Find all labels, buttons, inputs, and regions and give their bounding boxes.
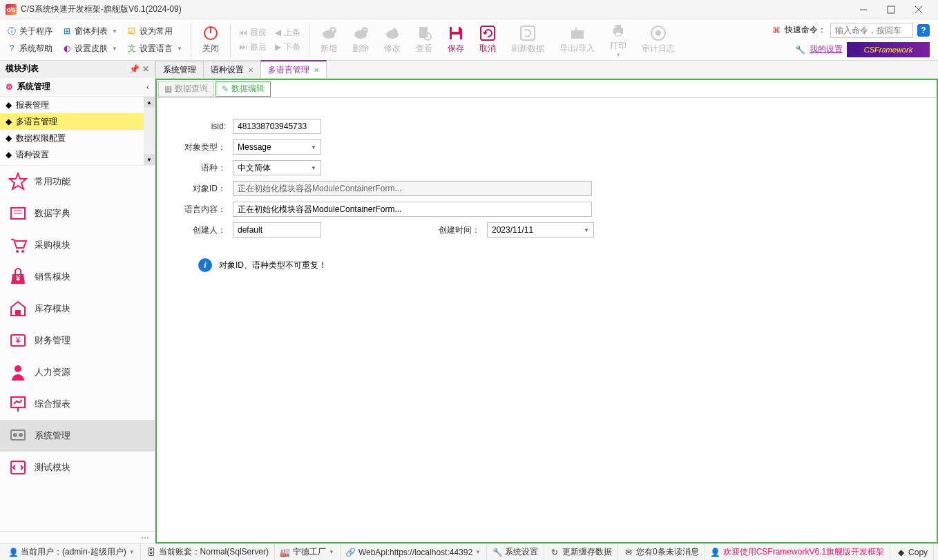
status-unread[interactable]: ✉您有0条未读消息 [618, 544, 705, 560]
module-label: 库存模块 [35, 302, 70, 315]
view-button[interactable]: 查看 [409, 22, 439, 57]
refresh-button[interactable]: 刷新数据 [504, 22, 551, 57]
cube-icon: ◆ [896, 548, 906, 557]
close-button[interactable] [905, 0, 932, 19]
quick-command-input[interactable] [830, 23, 913, 38]
info-icon: ⓘ [7, 26, 17, 36]
help-badge[interactable]: ? [917, 24, 930, 37]
isid-input[interactable] [233, 119, 321, 134]
modify-button[interactable]: 修改 [377, 22, 408, 57]
status-user[interactable]: 👤当前用户：(admin-超级用户)▼ [3, 544, 141, 560]
window-list-menu[interactable]: ⊞窗体列表▼ [58, 24, 122, 39]
dropdown-icon: ▼ [112, 46, 117, 52]
add-button[interactable]: +新增 [314, 22, 344, 57]
status-webapi[interactable]: 🔗WebApi:https://localhost:44392▼ [341, 544, 487, 560]
system-help-label: 系统帮助 [19, 43, 52, 55]
factory-icon: 🏭 [280, 548, 290, 557]
tab-multilang[interactable]: 多语言管理✕ [260, 60, 327, 78]
subtab-edit[interactable]: ✎数据编辑 [216, 81, 271, 97]
cancel-icon [479, 25, 496, 41]
nav-next[interactable]: ▶下条 [271, 41, 305, 54]
tree-scrollbar[interactable]: ▲ ▼ [144, 97, 155, 165]
module-finance[interactable]: ¥财务管理 [0, 325, 155, 356]
save-button[interactable]: 保存 [441, 22, 471, 57]
my-settings-label: 我的设置 [810, 44, 843, 55]
tab-langset[interactable]: 语种设置✕ [203, 61, 261, 78]
tree-item-langset[interactable]: ◆语种设置 [0, 146, 155, 163]
module-report[interactable]: 综合报表 [0, 388, 155, 420]
status-cache[interactable]: ↻更新缓存数据 [544, 544, 618, 560]
set-language-label: 设置语言 [140, 43, 173, 55]
dropdown-icon: ▼ [584, 227, 589, 233]
close-icon[interactable]: ✕ [248, 66, 253, 74]
module-system[interactable]: 系统管理 [0, 420, 155, 452]
about-label: 关于程序 [19, 26, 52, 37]
status-account[interactable]: 🗄当前账套：Normal(SqlServer) [141, 544, 275, 560]
minimize-button[interactable] [850, 0, 877, 19]
obj-type-select[interactable]: Message▼ [233, 139, 321, 155]
lang-content-input[interactable] [233, 202, 592, 217]
pin-icon[interactable]: 📌 [129, 64, 140, 74]
set-common-menu[interactable]: ☑设为常用 [123, 24, 177, 39]
tree-item-report[interactable]: ◆报表管理 [0, 97, 155, 113]
status-factory[interactable]: 🏭宁德工厂▼ [275, 544, 341, 560]
tab-system[interactable]: 系统管理 [155, 61, 204, 78]
module-dict[interactable]: 数据字典 [0, 197, 155, 229]
cube-icon: ◆ [6, 100, 12, 110]
my-settings-link[interactable]: 我的设置 [810, 44, 843, 55]
scroll-track[interactable] [144, 108, 155, 154]
module-test[interactable]: 测试模块 [0, 452, 155, 483]
module-hr[interactable]: 人力资源 [0, 356, 155, 388]
module-inventory[interactable]: 库存模块 [0, 293, 155, 325]
delete-button[interactable]: −删除 [345, 22, 376, 57]
separator [230, 23, 231, 57]
module-label: 数据字典 [35, 207, 70, 220]
content-area: 系统管理 语种设置✕ 多语言管理✕ ▦数据查询 ✎数据编辑 isid: 对象类型… [155, 61, 938, 543]
set-skin-menu[interactable]: ◐设置皮肤▼ [58, 41, 122, 56]
subtab-label: 数据查询 [175, 83, 208, 95]
close-panel-icon[interactable]: ✕ [142, 64, 149, 74]
sidebar-overflow[interactable]: ⋯ [0, 531, 155, 543]
status-copy[interactable]: ◆Copy [890, 544, 934, 560]
scroll-down-icon[interactable]: ▼ [144, 154, 155, 165]
creator-input[interactable] [233, 222, 321, 238]
dropdown-icon: ▼ [329, 549, 334, 555]
tree-item-dataperm[interactable]: ◆数据权限配置 [0, 130, 155, 146]
last-icon: ⏭ [239, 42, 247, 52]
maximize-button[interactable] [877, 0, 905, 19]
nav-prev[interactable]: ◀上条 [271, 26, 305, 39]
svg-point-24 [655, 30, 661, 36]
module-sales[interactable]: ¥销售模块 [0, 261, 155, 293]
status-account-label: 当前账套：Normal(SqlServer) [159, 546, 269, 558]
lang-select[interactable]: 中文简体▼ [233, 160, 321, 175]
about-menu[interactable]: ⓘ关于程序 [3, 24, 57, 39]
finance-icon: ¥ [8, 331, 28, 350]
tree-item-label: 多语言管理 [16, 116, 57, 128]
svg-rect-31 [15, 310, 21, 316]
subtab-query[interactable]: ▦数据查询 [158, 81, 214, 97]
tree-item-multilang[interactable]: ◆多语言管理 [0, 113, 155, 130]
nav-first[interactable]: ⏮最前 [235, 26, 271, 39]
sidebar-section[interactable]: ⚙ 系统管理 ‹ [0, 77, 155, 97]
svg-point-28 [16, 250, 19, 253]
scroll-up-icon[interactable]: ▲ [144, 97, 155, 108]
tab-label: 多语言管理 [268, 64, 309, 76]
code-icon [8, 458, 28, 477]
prev-icon: ◀ [275, 28, 281, 37]
save-icon [448, 25, 464, 41]
print-button[interactable]: 打印▼ [603, 19, 633, 61]
module-common[interactable]: 常用功能 [0, 166, 155, 197]
import-export-button[interactable]: 导出/导入 [553, 22, 602, 57]
module-purchase[interactable]: 采购模块 [0, 229, 155, 261]
svg-rect-15 [452, 27, 459, 32]
system-help-menu[interactable]: ?系统帮助 [3, 41, 57, 56]
nav-last[interactable]: ⏭最后 [235, 41, 271, 54]
set-language-menu[interactable]: 文设置语言▼ [123, 41, 186, 56]
cancel-button[interactable]: 取消 [472, 22, 503, 57]
audit-button[interactable]: 审计日志 [635, 22, 682, 57]
sidebar: 模块列表 📌 ✕ ⚙ 系统管理 ‹ ◆报表管理 ◆多语言管理 ◆数据权限配置 ◆… [0, 61, 155, 543]
close-icon[interactable]: ✕ [314, 66, 319, 74]
close-tool-button[interactable]: 关闭 [195, 22, 226, 57]
create-time-picker[interactable]: 2023/11/11▼ [487, 222, 594, 238]
status-settings[interactable]: 🔧系统设置 [487, 544, 544, 560]
